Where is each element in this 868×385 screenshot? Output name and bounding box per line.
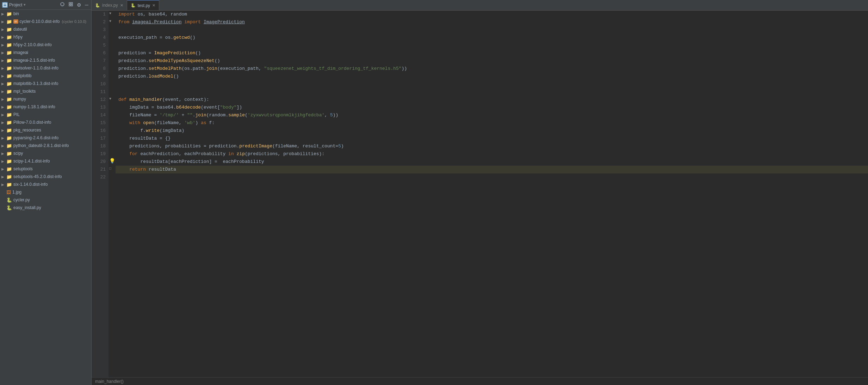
sidebar-item-1jpg[interactable]: 🖼1.jpg — [0, 188, 91, 196]
code-line-9[interactable]: prediction.loadModel() — [116, 73, 868, 80]
sidebar-item-pyparsing[interactable]: ▶📁pyparsing-2.4.6.dist-info — [0, 134, 91, 142]
code-line-7[interactable]: prediction.setModelTypeAsSqueezeNet() — [116, 57, 868, 65]
sidebar-item-easy_install[interactable]: 🐍easy_install.py — [0, 204, 91, 212]
item-label: python_dateutil-2.8.1.dist-info — [13, 143, 69, 148]
code-line-17[interactable]: resultData = {} — [116, 135, 868, 142]
code-line-4[interactable]: execution_path = os.getcwd() — [116, 34, 868, 42]
code-line-3[interactable] — [116, 26, 868, 34]
tab-test-py-close[interactable]: ✕ — [152, 3, 155, 8]
fold-arrow-icon[interactable]: ▼ — [109, 19, 111, 23]
folder-icon: 📁 — [6, 35, 12, 40]
line-number-21: 21 — [92, 166, 106, 173]
code-line-6[interactable]: prediction = ImagePrediction() — [116, 49, 868, 57]
tab-test-py[interactable]: 🐍 test.py ✕ — [127, 0, 159, 10]
folder-arrow-icon: ▶ — [1, 20, 6, 24]
code-line-22[interactable] — [116, 173, 868, 181]
gutter-item-6 — [108, 49, 116, 57]
folder-arrow-icon: ▶ — [1, 12, 6, 16]
sidebar-item-h5py-dist[interactable]: ▶📁h5py-2.10.0.dist-info — [0, 41, 91, 49]
code-line-10[interactable] — [116, 80, 868, 88]
sidebar-item-six-dist[interactable]: ▶📁six-1.14.0.dist-info — [0, 181, 91, 188]
folder-arrow-icon: ▶ — [1, 183, 6, 187]
gutter-item-13 — [108, 104, 116, 111]
sidebar-item-imageai[interactable]: ▶📁imageai — [0, 49, 91, 56]
item-label: numpy — [13, 97, 26, 102]
code-line-1[interactable]: import os, base64, random — [116, 11, 868, 18]
folder-icon: 📁 — [6, 50, 12, 55]
settings-button[interactable]: ⚙ — [76, 1, 82, 8]
folder-icon: 📁 — [6, 128, 12, 133]
sidebar-item-kiwisolver[interactable]: ▶📁kiwisolver-1.1.0.dist-info — [0, 64, 91, 72]
py-file-icon: 🐍 — [6, 205, 12, 210]
line-number-13: 13 — [92, 104, 106, 111]
code-line-19[interactable]: for eachPrediction, eachProbability in z… — [116, 150, 868, 158]
sidebar-item-Pillow-dist[interactable]: ▶📁Pillow-7.0.0.dist-info — [0, 118, 91, 126]
sidebar-item-PIL[interactable]: ▶📁PIL — [0, 111, 91, 118]
code-editor: 12345678910111213141516171819202122 ▼▼▼💡… — [92, 11, 868, 377]
sidebar-item-setuptools-dist[interactable]: ▶📁setuptools-45.2.0.dist-info — [0, 173, 91, 181]
sidebar-item-numpy[interactable]: ▶📁numpy — [0, 95, 91, 103]
tab-index-py[interactable]: 🐍 index.py ✕ — [92, 0, 127, 10]
gutter-item-16 — [108, 127, 116, 135]
code-content[interactable]: import os, base64, randomfrom imageai.Pr… — [116, 11, 868, 377]
sidebar-title: Project — [9, 2, 22, 7]
line-number-10: 10 — [92, 80, 106, 88]
fold-arrow-icon[interactable]: ▼ — [109, 12, 111, 16]
item-label: imageai-2.1.5.dist-info — [13, 58, 55, 63]
fold-arrow-icon[interactable]: ▼ — [109, 97, 111, 101]
gutter: ▼▼▼💡□ — [108, 11, 116, 377]
item-label: matplotlib — [13, 73, 31, 78]
code-line-11[interactable] — [116, 88, 868, 96]
folder-arrow-icon: ▶ — [1, 121, 6, 124]
minimize-button[interactable]: ─ — [84, 1, 89, 8]
folder-arrow-icon: ▶ — [1, 28, 6, 31]
code-line-14[interactable]: fileName = '/tmp/' + "".join(random.samp… — [116, 111, 868, 119]
code-line-12[interactable]: def main_handler(event, context): — [116, 96, 868, 104]
folder-arrow-icon: ▶ — [1, 59, 6, 62]
code-line-8[interactable]: prediction.setModelPath(os.path.join(exe… — [116, 65, 868, 73]
sidebar-item-bin[interactable]: ▶📁bin — [0, 10, 91, 18]
code-line-21[interactable]: return resultData — [116, 166, 868, 173]
code-line-15[interactable]: with open(fileName, 'wb') as f: — [116, 119, 868, 127]
folder-icon: 📁 — [6, 159, 12, 164]
gutter-item-19 — [108, 150, 116, 158]
bulb-icon[interactable]: 💡 — [109, 158, 115, 164]
folder-arrow-icon: ▶ — [1, 51, 6, 55]
code-line-16[interactable]: f.write(imgData) — [116, 127, 868, 135]
line-number-8: 8 — [92, 65, 106, 73]
tab-index-py-label: index.py — [102, 3, 118, 8]
tab-index-py-close[interactable]: ✕ — [120, 3, 123, 8]
locate-file-button[interactable] — [59, 1, 66, 8]
folder-arrow-icon: ▶ — [1, 167, 6, 171]
sidebar-item-matplotlib[interactable]: ▶📁matplotlib — [0, 72, 91, 80]
sidebar-item-setuptools[interactable]: ▶📁setuptools — [0, 165, 91, 173]
folder-icon: 📁 — [6, 182, 12, 187]
folder-arrow-icon: ▶ — [1, 159, 6, 163]
sidebar-item-scipy[interactable]: ▶📁scipy — [0, 149, 91, 157]
sidebar-item-numpy-dist[interactable]: ▶📁numpy-1.18.1.dist-info — [0, 103, 91, 111]
gutter-item-3 — [108, 26, 116, 34]
sidebar-item-mpl_toolkits[interactable]: ▶📁mpl_toolkits — [0, 87, 91, 95]
line-number-7: 7 — [92, 57, 106, 65]
sidebar-item-cycler[interactable]: ▶📁mcycler-0.10.0.dist-info(cycler 0.10.0… — [0, 18, 91, 25]
sidebar-item-h5py[interactable]: ▶📁h5py — [0, 33, 91, 41]
code-line-13[interactable]: imgData = base64.b64decode(event["body"]… — [116, 104, 868, 111]
item-label: 1.jpg — [12, 190, 21, 195]
code-line-18[interactable]: predictions, probabilities = prediction.… — [116, 142, 868, 150]
sidebar-item-dateutil[interactable]: ▶📁dateutil — [0, 25, 91, 33]
code-line-5[interactable] — [116, 42, 868, 49]
sidebar-item-scipy-dist[interactable]: ▶📁scipy-1.4.1.dist-info — [0, 157, 91, 165]
sidebar-item-pkg_resources[interactable]: ▶📁pkg_resources — [0, 126, 91, 134]
sidebar-item-matplotlib-dist[interactable]: ▶📁matplotlib-3.1.3.dist-info — [0, 80, 91, 87]
sidebar-item-cycler-py[interactable]: 🐍cycler.py — [0, 196, 91, 204]
sidebar-item-imageai-dist[interactable]: ▶📁imageai-2.1.5.dist-info — [0, 56, 91, 64]
folder-icon: 📁 — [6, 112, 12, 117]
sidebar-item-python_dateutil[interactable]: ▶📁python_dateutil-2.8.1.dist-info — [0, 142, 91, 149]
code-line-2[interactable]: from imageai.Prediction import ImagePred… — [116, 18, 868, 26]
folder-arrow-icon: ▶ — [1, 90, 6, 93]
gutter-item-7 — [108, 57, 116, 65]
code-line-20[interactable]: resultData[eachPrediction] = eachProbabi… — [116, 158, 868, 166]
line-number-20: 20 — [92, 158, 106, 166]
dropdown-arrow-icon[interactable]: ▾ — [24, 2, 26, 7]
collapse-all-button[interactable] — [68, 1, 74, 8]
